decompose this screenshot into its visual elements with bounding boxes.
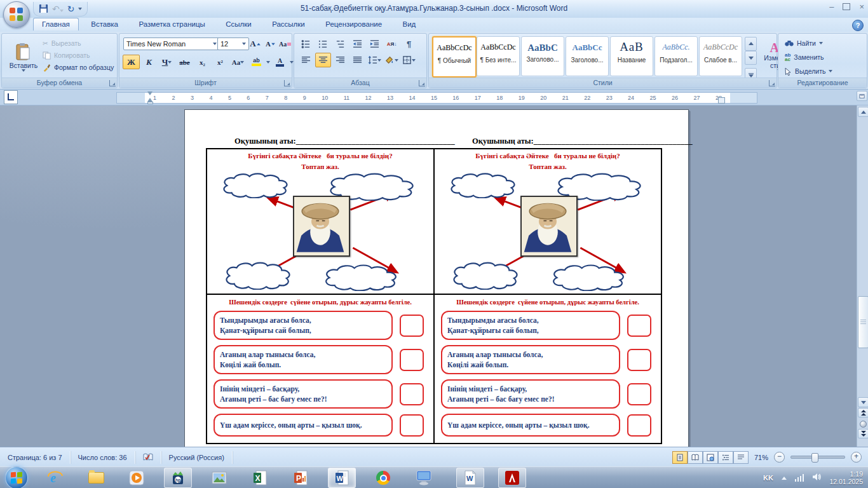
zoom-in-button[interactable]: + xyxy=(851,452,862,463)
underline-button[interactable]: Ч xyxy=(158,55,175,69)
internet-explorer-icon[interactable]: e xyxy=(42,468,69,487)
answer-box[interactable] xyxy=(400,414,424,437)
indent-marker[interactable] xyxy=(147,92,153,104)
bullet-list-button[interactable] xyxy=(298,37,314,51)
previous-page-icon[interactable] xyxy=(858,408,868,417)
tab-view[interactable]: Вид xyxy=(395,18,424,30)
align-center-button[interactable] xyxy=(315,53,331,67)
cloud-shape[interactable] xyxy=(450,262,521,290)
answer-box[interactable] xyxy=(400,315,424,337)
justify-button[interactable] xyxy=(349,53,365,67)
zoom-slider-thumb[interactable] xyxy=(811,453,818,463)
scroll-up-icon[interactable] xyxy=(858,107,868,117)
tab-page-layout[interactable]: Разметка страницы xyxy=(130,18,213,30)
hp-app-icon[interactable]: hp xyxy=(164,468,192,488)
font-size-combo[interactable]: 12 xyxy=(217,37,249,50)
font-family-combo[interactable]: Times New Roman xyxy=(123,37,220,50)
dialog-launcher-icon[interactable] xyxy=(284,80,290,86)
photo-viewer-icon[interactable] xyxy=(206,468,233,487)
change-case-button[interactable]: Aa xyxy=(229,55,247,69)
cut-button[interactable]: ✂ Вырезать xyxy=(43,37,81,49)
web-layout-view-button[interactable] xyxy=(703,451,718,464)
help-icon[interactable]: ? xyxy=(852,20,864,31)
tab-home[interactable]: Главная xyxy=(33,18,79,30)
hidden-icons-chevron[interactable] xyxy=(782,477,787,480)
style-title[interactable]: АаВ Название xyxy=(610,36,653,76)
cloud-shape[interactable] xyxy=(222,262,294,290)
style-subtle-emphasis[interactable]: AaBbCcDc Слабое в... xyxy=(699,36,742,76)
display-keyboard-icon[interactable] xyxy=(410,468,437,487)
media-player-icon[interactable] xyxy=(123,468,150,487)
align-left-button[interactable] xyxy=(298,53,314,67)
answer-box[interactable] xyxy=(400,349,424,371)
excel-icon[interactable]: X xyxy=(247,468,273,487)
style-heading1[interactable]: AaBbC Заголово... xyxy=(521,36,564,76)
zoom-out-button[interactable]: − xyxy=(774,452,785,463)
gallery-down-icon[interactable] xyxy=(745,51,757,65)
select-button[interactable]: Выделить xyxy=(785,65,832,77)
page-indicator[interactable]: Страница: 6 из 7 xyxy=(0,451,71,464)
answer-box[interactable] xyxy=(627,349,651,371)
dialog-launcher-icon[interactable] xyxy=(109,80,116,86)
ayteke-bi-portrait[interactable] xyxy=(520,196,578,257)
style-heading2[interactable]: AaBbCc Заголово... xyxy=(566,36,609,76)
replace-button[interactable]: abac Заменить xyxy=(785,51,824,63)
spellcheck-icon[interactable] xyxy=(135,451,161,464)
clock[interactable]: 1:19 12.01.2025 xyxy=(829,470,863,485)
word-document-icon[interactable]: W xyxy=(456,468,484,488)
tab-mailings[interactable]: Рассылки xyxy=(264,18,313,30)
file-explorer-icon[interactable] xyxy=(83,468,109,487)
bold-button[interactable]: Ж xyxy=(123,55,140,69)
highlight-button[interactable]: ab xyxy=(247,54,266,70)
superscript-button[interactable]: x² xyxy=(212,55,229,69)
paste-button[interactable]: Вставить xyxy=(6,37,41,78)
vertical-scrollbar[interactable] xyxy=(857,105,868,447)
subscript-button[interactable]: x₂ xyxy=(194,55,211,69)
network-icon[interactable] xyxy=(795,474,804,482)
dialog-launcher-icon[interactable] xyxy=(419,80,425,86)
answer-box[interactable] xyxy=(627,414,651,437)
zoom-level[interactable]: 71% xyxy=(754,454,768,461)
cloud-shape[interactable] xyxy=(447,173,519,198)
style-subtitle[interactable]: AaBbCc. Подзагол... xyxy=(654,36,698,76)
line-spacing-button[interactable] xyxy=(367,53,383,67)
borders-button[interactable] xyxy=(401,53,417,67)
chrome-icon[interactable] xyxy=(370,468,397,487)
tab-references[interactable]: Ссылки xyxy=(217,18,260,30)
minimize-button[interactable]: – xyxy=(829,3,834,11)
close-button[interactable]: × xyxy=(859,3,864,11)
ayteke-bi-portrait[interactable] xyxy=(293,196,350,257)
strikethrough-button[interactable]: abe xyxy=(176,55,193,69)
start-button[interactable] xyxy=(5,466,28,488)
italic-button[interactable]: К xyxy=(140,55,158,69)
grow-font-button[interactable]: A xyxy=(248,37,263,51)
answer-box[interactable] xyxy=(627,315,651,337)
office-button[interactable] xyxy=(3,1,30,28)
cloud-shape[interactable] xyxy=(322,264,400,291)
fullscreen-reading-view-button[interactable] xyxy=(688,451,703,464)
shading-button[interactable] xyxy=(384,53,400,67)
document-page[interactable]: Оқушының аты:___________________________… xyxy=(184,109,689,448)
adobe-reader-icon[interactable] xyxy=(498,468,526,488)
tab-review[interactable]: Рецензирование xyxy=(317,18,390,30)
print-layout-view-button[interactable] xyxy=(672,451,688,464)
multilevel-list-button[interactable] xyxy=(332,37,348,51)
scrollbar-thumb[interactable] xyxy=(858,296,868,348)
show-marks-button[interactable]: ¶ xyxy=(401,37,417,51)
clear-formatting-button[interactable]: Aa xyxy=(278,37,292,51)
word-taskbar-icon[interactable]: W xyxy=(328,468,356,488)
format-painter-button[interactable]: Формат по образцу xyxy=(43,62,114,73)
sort-button[interactable]: АЯ↓ xyxy=(384,37,400,51)
dialog-launcher-icon[interactable] xyxy=(769,80,775,86)
right-indent-marker[interactable] xyxy=(718,97,725,104)
volume-icon[interactable] xyxy=(812,472,821,484)
increase-indent-button[interactable] xyxy=(367,37,383,51)
language-indicator[interactable]: Русский (Россия) xyxy=(161,451,233,464)
language-switcher[interactable]: KK xyxy=(763,474,773,482)
tab-stop-selector[interactable] xyxy=(4,90,18,104)
scroll-down-icon[interactable] xyxy=(858,397,868,407)
find-button[interactable]: Найти xyxy=(785,37,823,49)
cloud-shape[interactable] xyxy=(549,264,628,291)
font-color-button[interactable]: А xyxy=(271,54,289,70)
restore-button[interactable] xyxy=(843,3,850,10)
